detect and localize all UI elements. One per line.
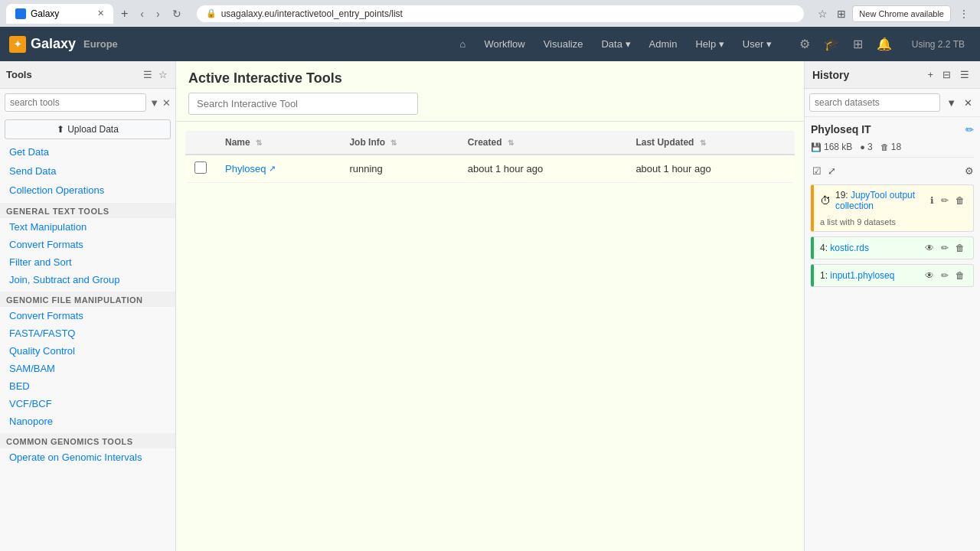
browser-chrome: Galaxy ✕ + ‹ › ↻ 🔒 usagalaxy.eu/interact… <box>0 0 980 27</box>
bookmark-button[interactable]: ☆ <box>815 5 831 23</box>
sidebar-toggle-btn[interactable]: ☰ <box>142 67 154 82</box>
sidebar-item-collection-operations[interactable]: Collection Operations <box>0 181 175 200</box>
sidebar-star-btn[interactable]: ☆ <box>157 67 169 82</box>
disk-icon: 💾 <box>811 142 822 152</box>
grid-icon-btn[interactable]: ⊞ <box>848 34 867 54</box>
visualize-label: Visualize <box>544 38 583 50</box>
item-delete-btn-collection[interactable]: 🗑 <box>953 194 967 207</box>
history-title: History <box>812 69 849 81</box>
item-edit-btn-input1[interactable]: ✏ <box>939 269 951 282</box>
sidebar-item-sam-bam[interactable]: SAM/BAM <box>0 360 175 377</box>
sidebar-item-convert-formats-genomic[interactable]: Convert Formats <box>0 307 175 324</box>
sidebar-item-nanopore[interactable]: Nanopore <box>0 412 175 430</box>
row-checkbox[interactable] <box>194 161 207 174</box>
item-edit-btn-kostic[interactable]: ✏ <box>939 242 951 254</box>
sidebar-item-fasta-fastq[interactable]: FASTA/FASTQ <box>0 324 175 342</box>
sidebar-item-send-data[interactable]: Send Data <box>0 161 175 181</box>
reload-button[interactable]: ↻ <box>168 5 186 23</box>
external-link-icon: ↗ <box>269 164 276 174</box>
col-job-info[interactable]: Job Info ⇅ <box>340 131 458 155</box>
tab-close-btn[interactable]: ✕ <box>97 8 104 18</box>
nav-workflow[interactable]: Workflow <box>476 34 532 54</box>
search-filter-btn[interactable]: ▼ <box>149 97 159 109</box>
workflow-label: Workflow <box>484 38 524 50</box>
history-search-clear-btn[interactable]: ✕ <box>961 96 975 110</box>
gear-icon-btn[interactable]: ⚙ <box>795 34 815 54</box>
history-check-btn[interactable]: ☑ <box>811 164 823 178</box>
nav-help[interactable]: Help ▾ <box>688 34 731 54</box>
item-number-collection: 19: <box>835 190 851 201</box>
extensions-button[interactable]: ⊞ <box>834 5 849 23</box>
graduation-icon-btn[interactable]: 🎓 <box>819 34 844 54</box>
back-button[interactable]: ‹ <box>136 5 149 23</box>
col-last-updated-label: Last Updated <box>635 137 694 148</box>
sort-updated-icon: ⇅ <box>700 139 706 147</box>
sidebar: Tools ☰ ☆ ▼ ✕ ⬆ Upload Data Get Data Sen… <box>0 61 176 551</box>
col-created[interactable]: Created ⇅ <box>459 131 627 155</box>
item-link-kostic[interactable]: kostic.rds <box>830 243 869 253</box>
search-interactive-tool-row <box>188 93 792 115</box>
sidebar-item-bed[interactable]: BED <box>0 377 175 395</box>
last-updated-value: about 1 hour ago <box>635 163 710 174</box>
phyloseq-link[interactable]: Phyloseq ↗ <box>225 163 331 174</box>
sidebar-title: Tools <box>6 69 32 80</box>
item-delete-btn-input1[interactable]: 🗑 <box>953 269 967 282</box>
col-name[interactable]: Name ⇅ <box>216 131 340 155</box>
row-checkbox-cell[interactable] <box>185 155 216 183</box>
history-item-settings-btn[interactable]: ⚙ <box>965 165 974 177</box>
item-view-btn-input1[interactable]: 👁 <box>923 269 936 282</box>
sidebar-item-filter-sort[interactable]: Filter and Sort <box>0 253 175 271</box>
history-search-filter-btn[interactable]: ▼ <box>943 96 959 110</box>
help-label: Help ▾ <box>695 38 724 50</box>
history-menu-btn[interactable]: ☰ <box>957 67 972 82</box>
item-number-kostic: 4: <box>820 243 830 253</box>
bell-icon-btn[interactable]: 🔔 <box>872 34 897 54</box>
history-content: Phyloseq IT ✏ 💾 168 kB ● 3 🗑 18 ☑ <box>805 117 980 551</box>
new-tab-button[interactable]: + <box>118 4 131 24</box>
sidebar-section-genomic-file-manipulation: GENOMIC FILE MANIPULATION <box>0 292 175 307</box>
history-edit-btn[interactable]: ✏ <box>965 124 974 135</box>
col-last-updated[interactable]: Last Updated ⇅ <box>626 131 795 155</box>
item-link-input1[interactable]: input1.phyloseq <box>830 270 894 281</box>
history-search-input[interactable] <box>809 93 940 112</box>
item-edit-btn-collection[interactable]: ✏ <box>939 194 951 207</box>
search-clear-btn[interactable]: ✕ <box>162 97 171 109</box>
nav-admin[interactable]: Admin <box>642 34 685 54</box>
upload-data-button[interactable]: ⬆ Upload Data <box>5 119 171 139</box>
menu-button[interactable]: ⋮ <box>954 5 974 23</box>
sidebar-item-convert-formats-general[interactable]: Convert Formats <box>0 236 175 253</box>
sort-created-icon: ⇅ <box>508 139 514 147</box>
item-view-btn-kostic[interactable]: 👁 <box>923 242 936 254</box>
history-columns-btn[interactable]: ⊟ <box>939 67 954 82</box>
history-item-input1: 1: input1.phyloseq 👁 ✏ 🗑 <box>811 264 974 287</box>
sidebar-item-text-manipulation[interactable]: Text Manipulation <box>0 218 175 236</box>
search-interactive-tool-input[interactable] <box>188 93 418 115</box>
table-header: Name ⇅ Job Info ⇅ Created ⇅ Last Updat <box>185 131 795 155</box>
nav-data[interactable]: Data ▾ <box>593 34 638 54</box>
running-status-icon: ⏱ <box>820 194 831 207</box>
storage-usage: Using 2.2 TB <box>912 39 965 50</box>
nav-home[interactable]: ⌂ <box>452 34 474 54</box>
item-actions-input1: 👁 ✏ 🗑 <box>923 269 967 282</box>
row-job-info-cell: running <box>340 155 458 183</box>
history-item-kostic: 4: kostic.rds 👁 ✏ 🗑 <box>811 236 974 259</box>
navbar-right: Using 2.2 TB <box>912 39 971 50</box>
nav-visualize[interactable]: Visualize <box>536 34 591 54</box>
sidebar-item-join-subtract-group[interactable]: Join, Subtract and Group <box>0 271 175 289</box>
browser-tab[interactable]: Galaxy ✕ <box>6 4 113 24</box>
sidebar-item-vcf-bcf[interactable]: VCF/BCF <box>0 395 175 412</box>
history-new-btn[interactable]: + <box>924 67 936 82</box>
search-tools-input[interactable] <box>5 93 146 112</box>
nav-user[interactable]: User ▾ <box>735 34 779 54</box>
sidebar-item-get-data[interactable]: Get Data <box>0 142 175 161</box>
upload-icon: ⬆ <box>57 124 64 135</box>
sidebar-item-quality-control[interactable]: Quality Control <box>0 342 175 360</box>
items-icon: 🗑 <box>880 142 889 152</box>
history-expand-btn[interactable]: ⤢ <box>826 164 838 178</box>
address-bar[interactable]: 🔒 usagalaxy.eu/interactivetool_entry_poi… <box>197 5 805 22</box>
forward-button[interactable]: › <box>152 5 165 23</box>
sidebar-item-operate-genomic-intervals[interactable]: Operate on Genomic Intervals <box>0 448 175 466</box>
item-info-btn-collection[interactable]: ℹ <box>928 194 936 207</box>
item-delete-btn-kostic[interactable]: 🗑 <box>953 242 967 254</box>
app-layout: Tools ☰ ☆ ▼ ✕ ⬆ Upload Data Get Data Sen… <box>0 61 980 551</box>
